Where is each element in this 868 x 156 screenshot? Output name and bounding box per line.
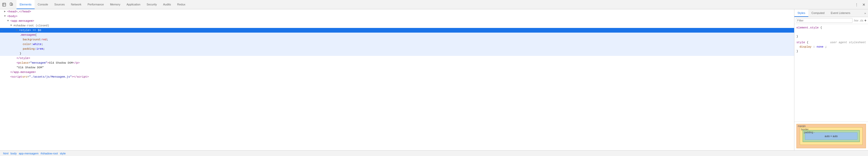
element-style-close-line: } [797,34,866,39]
element-style-rule: element.style { } [797,26,866,39]
breadcrumb: html body app-mensagem #shadow-root styl… [0,150,868,156]
main-tabs: Elements Console Sources Network Perform… [17,0,189,9]
toolbar: Elements Console Sources Network Perform… [0,0,868,9]
dom-body-line[interactable]: <body> [0,14,794,19]
css-selector-text: .mensagem [20,33,35,37]
tab-event-listeners[interactable]: Event Listeners [828,9,854,17]
dom-p-tag[interactable]: <p class = "mensagem" > Olá Shadow DOM <… [0,60,794,65]
tab-memory[interactable]: Memory [107,0,123,9]
box-model-border: border padding - auto × auto [800,127,863,145]
css-value-padding: 1rem [36,47,43,51]
script-src-attr: src [22,75,27,79]
filter-cls[interactable]: .cls [860,19,863,22]
element-style-selector: element.style [797,26,819,29]
toolbar-right: ⋮ ✕ [854,2,867,8]
dom-css-close-brace[interactable]: } [0,51,794,56]
script-src-value: "./assets/js/Mensagem.js" [29,75,72,79]
head-close-tag: </head> [19,9,31,14]
dom-app-close[interactable]: </app-mensagem> [0,70,794,75]
add-style-rule-button[interactable]: + [864,18,866,23]
breadcrumb-shadow-root[interactable]: #shadow-root [39,152,59,155]
box-model-padding: padding - auto × auto [803,130,860,142]
dom-script-tag[interactable]: <script src = "./assets/js/Mensagem.js" … [0,75,794,79]
tab-security[interactable]: Security [144,0,160,9]
head-tag: <head> [7,9,18,14]
css-prop-padding: padding [23,47,35,51]
element-style-close-brace: } [797,35,798,38]
tab-performance[interactable]: Performance [85,0,107,9]
dom-css-selector[interactable]: .mensagem { [0,33,794,37]
dom-css-color[interactable]: color : white ; [0,42,794,47]
ua-style-open-brace: { [807,41,809,44]
css-semicolon: ; [41,42,43,47]
toolbar-icons [1,2,14,8]
style-close-tag: </style> [17,56,30,60]
dom-head-line[interactable]: <head> … </head> [0,9,794,14]
padding-label: padding - [804,131,815,134]
ua-style-selector-line: style { user agent stylesheet [797,41,866,45]
css-colon: : [31,42,33,47]
tab-sources[interactable]: Sources [51,0,68,9]
more-options-icon[interactable]: ⋮ [854,2,860,8]
script-close-tag: ></script> [72,75,89,79]
ua-style-colon: : [813,45,816,48]
css-semicolon: ; [43,47,45,51]
tab-elements[interactable]: Elements [17,0,35,9]
css-prop-bg: background [23,37,40,42]
breadcrumb-html[interactable]: html [2,152,9,155]
ua-style-selector: style [797,41,805,44]
ua-style-prop: display [800,45,811,48]
svg-rect-0 [3,3,6,6]
tab-redux[interactable]: Redux [174,0,189,9]
right-panel: Styles Computed Event Listeners » :hov .… [795,9,868,150]
ua-style-display-line: display : none ; [797,45,866,49]
ua-style-rule: style { user agent stylesheet display : … [797,41,866,54]
triangle-style[interactable] [16,28,19,33]
css-prop-color: color [23,42,31,47]
element-style-body [797,30,866,34]
dom-style-selected[interactable]: … <style> == $0 [0,28,794,33]
close-devtools-icon[interactable]: ✕ [861,2,867,8]
right-tab-more[interactable]: » [862,9,868,17]
right-panel-tabs: Styles Computed Event Listeners » [795,9,868,17]
css-colon: : [40,37,41,42]
dom-style-close[interactable]: </style> [0,56,794,60]
breadcrumb-app-mensagem[interactable]: app-mensagem [18,152,39,155]
ua-style-value: none [816,45,823,48]
dom-shadow-root[interactable]: #shadow-root (closed) [0,23,794,28]
app-tag-open: <app-mensagem> [10,19,34,23]
style-open-tag: <style> [19,28,31,33]
tab-console[interactable]: Console [35,0,51,9]
device-icon[interactable] [8,2,14,8]
inspect-icon[interactable] [1,2,7,8]
tab-computed[interactable]: Computed [808,9,828,17]
body-tag: <body> [7,14,18,19]
filter-pseudo-classes[interactable]: :hov [854,19,859,22]
tab-network[interactable]: Network [68,0,85,9]
dom-panel[interactable]: <head> … </head> <body> <app-mensagem> #… [0,9,795,150]
dom-css-bg[interactable]: background : red ; [0,37,794,42]
dom-app-mensagem-open[interactable]: <app-mensagem> [0,19,794,23]
breadcrumb-body[interactable]: body [9,152,18,155]
tab-audits[interactable]: Audits [160,0,174,9]
triangle-shadow[interactable] [10,23,13,28]
triangle-head[interactable] [4,9,7,14]
dom-css-padding[interactable]: padding : 1rem ; [0,47,794,51]
svg-rect-4 [11,4,13,5]
filter-input[interactable] [796,18,852,23]
element-style-selector-line: element.style { [797,26,866,30]
styles-content: element.style { } style { user agent sty… [795,24,868,122]
tab-styles[interactable]: Styles [795,9,808,17]
app-close-tag: </app-mensagem> [10,70,36,75]
breadcrumb-style[interactable]: style [59,152,67,155]
equals: = [28,60,30,65]
triangle-body[interactable] [4,14,7,19]
script-open-tag: <script [10,75,22,79]
tab-application[interactable]: Application [123,0,144,9]
p-end-tag: </p> [73,60,80,65]
dom-text-node[interactable]: "Olá Shadow DOM" [0,65,794,70]
triangle-app[interactable] [7,19,10,23]
styles-filter-bar: :hov .cls + [795,17,868,24]
p-text: Olá Shadow DOM [49,60,72,65]
css-value-bg: red [41,37,47,42]
